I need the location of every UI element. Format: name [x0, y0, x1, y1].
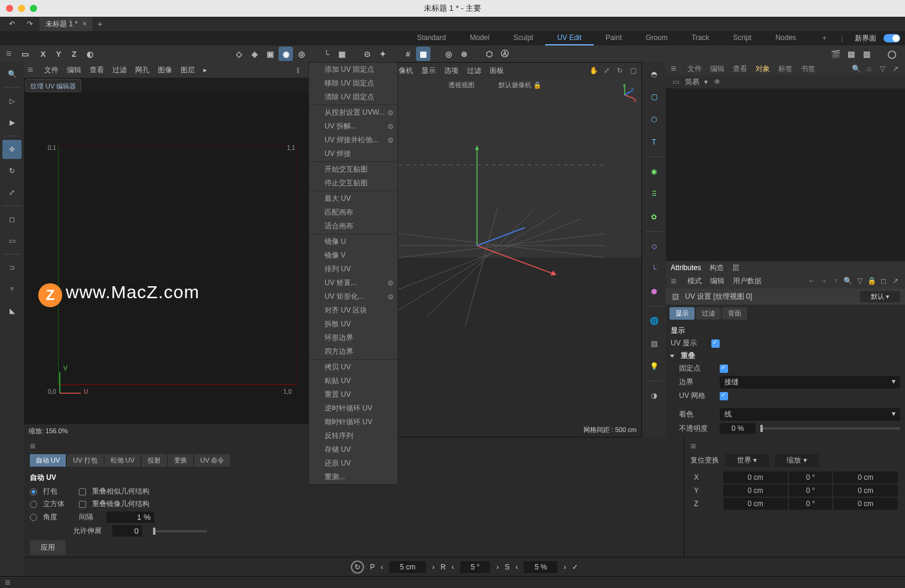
hamburger-icon[interactable] — [6, 48, 14, 59]
workplane-lock-icon[interactable]: ▦ — [335, 47, 349, 61]
coord-pos-field[interactable]: 0 cm — [723, 485, 788, 497]
menu-item[interactable]: 匹配画布 — [309, 206, 398, 219]
coord-scale-field[interactable]: 0 cm — [833, 498, 898, 510]
lasso-select-icon[interactable]: ▭ — [2, 231, 22, 250]
attr-nav-up-icon[interactable]: ↑ — [831, 276, 840, 286]
uv-menu-edit[interactable]: 编辑 — [67, 65, 81, 75]
box-select-icon[interactable]: ◻ — [2, 210, 22, 229]
stretch-input[interactable] — [112, 525, 142, 537]
file-open-icon[interactable]: ▭ — [18, 47, 32, 61]
nav-s-next[interactable]: › — [564, 563, 566, 571]
uv-unwrap-tab[interactable]: 变换 — [168, 454, 193, 467]
uvpanel-hamburger-icon[interactable] — [30, 441, 38, 452]
online-help-icon[interactable]: ◯ — [885, 47, 899, 61]
menu-item[interactable]: 适合画布 — [309, 219, 398, 233]
stretch-slider[interactable] — [153, 530, 207, 532]
undo-button[interactable]: ↶ — [4, 18, 20, 30]
r-icon-node[interactable]: ⬢ — [644, 282, 664, 301]
om-mode-dropdown-icon[interactable]: ▾ — [704, 78, 708, 86]
redo-button[interactable]: ↷ — [22, 18, 38, 30]
gap-input[interactable] — [106, 512, 154, 523]
uv-unwrap-tab[interactable]: UV 命令 — [194, 454, 230, 467]
attr-sub-mode[interactable]: 模式 — [687, 276, 702, 287]
om-tab-view[interactable]: 查看 — [733, 64, 747, 74]
attr-opacity-value[interactable]: 0 % — [720, 423, 756, 434]
sel-mode-uv-icon[interactable]: ◉ — [279, 47, 293, 61]
nav-s-prev[interactable]: ‹ — [515, 563, 518, 571]
nav-p-next[interactable]: › — [432, 563, 435, 571]
attr-overlay-section[interactable]: 重叠 — [681, 351, 695, 361]
coord-reset-button[interactable]: 复位变换 — [690, 455, 719, 466]
om-hamburger-icon[interactable] — [671, 63, 679, 74]
attr-nav-search-icon[interactable]: 🔍 — [843, 276, 852, 286]
menu-item[interactable]: 存储 UV — [309, 443, 398, 457]
attr-vtab-display[interactable]: 显示 — [669, 307, 695, 320]
vp-zoom-icon[interactable]: ⤢ — [602, 66, 612, 75]
nav-p-prev[interactable]: ‹ — [381, 563, 383, 571]
r-icon-bulb[interactable]: 💡 — [644, 357, 664, 376]
uv-unwrap-tab[interactable]: 自动 UV — [30, 454, 66, 467]
coord-scale-select[interactable]: 缩放 ▾ — [775, 454, 818, 467]
menu-item[interactable]: 最大 UV — [309, 192, 398, 206]
vp-menu-display[interactable]: 显示 — [421, 66, 436, 76]
layout-tab-sculpt[interactable]: Sculpt — [502, 31, 545, 45]
uv-menu-file[interactable]: 文件 — [44, 65, 59, 75]
om-home-icon[interactable]: ⌂ — [864, 64, 874, 74]
traffic-max[interactable] — [30, 5, 37, 12]
coord-pos-field[interactable]: 0 cm — [723, 471, 788, 483]
attr-boundary-select[interactable]: 接缝▾ — [720, 376, 900, 388]
uv-menu-mesh[interactable]: 网孔 — [135, 65, 149, 75]
coord-hamburger-icon[interactable] — [690, 441, 699, 452]
om-tab-bookmarks[interactable]: 书签 — [801, 64, 815, 74]
ovgeo-check[interactable] — [79, 488, 86, 495]
uv-unwrap-tab[interactable]: UV 打包 — [67, 454, 103, 467]
om-tab-file[interactable]: 文件 — [687, 64, 702, 74]
r-icon-light[interactable]: ◉ — [644, 162, 664, 181]
ovmirror-check[interactable] — [79, 501, 86, 508]
om-tab-tags[interactable]: 标签 — [778, 64, 793, 74]
menu-item[interactable]: 逆时针循环 UV — [309, 402, 398, 415]
om-mode-icon[interactable]: ▭ — [671, 77, 680, 87]
attr-uvmesh-check[interactable] — [720, 392, 728, 400]
om-tab-edit[interactable]: 编辑 — [710, 64, 724, 74]
grid-snap-icon[interactable]: # — [400, 47, 415, 61]
menu-item[interactable]: UV 矩形化...⚙ — [309, 290, 398, 304]
menu-item[interactable]: 开始交互贴图 — [309, 163, 398, 176]
uv-menu-image[interactable]: 图像 — [158, 65, 172, 75]
new-tab-button[interactable]: + — [97, 19, 102, 29]
vp-menu-options[interactable]: 选项 — [444, 66, 458, 76]
layout-tab-nodes[interactable]: Nodes — [763, 31, 808, 45]
vp-pan-icon[interactable]: ✋ — [589, 66, 598, 75]
coord-rot-field[interactable]: 0 ° — [789, 471, 832, 483]
select-tool-icon[interactable]: ▷ — [2, 91, 22, 111]
coord-pos-field[interactable]: 0 cm — [723, 498, 788, 510]
layout-tab-paint[interactable]: Paint — [594, 31, 634, 45]
menu-item[interactable]: 反转序列 — [309, 429, 398, 443]
nav-r-field[interactable]: 5 ° — [460, 561, 491, 573]
snap-icon[interactable]: ⊙ — [360, 47, 374, 61]
attr-nav-expand-icon[interactable]: ↗ — [891, 276, 900, 286]
attr-preset-select[interactable]: 默认 ▾ — [860, 291, 900, 302]
menu-item[interactable]: 从投射设置 UVW...⚙ — [309, 106, 398, 120]
asset-browser-icon[interactable]: ⬡ — [482, 47, 496, 61]
attr-nav-new-icon[interactable]: ◻ — [879, 276, 888, 286]
coord-world-select[interactable]: 世界 ▾ — [725, 454, 769, 467]
om-expand-icon[interactable]: ↗ — [891, 64, 900, 74]
menu-item[interactable]: 重置 UV — [309, 388, 398, 402]
r-icon-material[interactable]: ◑ — [644, 386, 664, 405]
menu-item[interactable]: 环形边界 — [309, 331, 398, 345]
attr-pin-check[interactable] — [720, 365, 728, 373]
r-icon-axis[interactable]: └ — [644, 259, 664, 278]
quantize-icon[interactable]: ▦ — [416, 47, 430, 61]
attr-nav-fwd-icon[interactable]: → — [819, 276, 828, 286]
r-icon-camera[interactable]: ◓ — [644, 65, 664, 84]
uv-histogram-icon[interactable]: ⫿ — [293, 65, 303, 75]
coord-rot-field[interactable]: 0 ° — [789, 498, 832, 510]
nav-p-field[interactable]: 5 cm — [389, 561, 426, 573]
attr-nav-filter-icon[interactable]: ▽ — [855, 276, 864, 286]
menu-item[interactable]: 拷贝 UV — [309, 360, 398, 374]
nav-apply-icon[interactable]: ✓ — [572, 563, 578, 571]
om-search-icon[interactable]: 🔍 — [851, 64, 861, 74]
menu-item[interactable]: 四方边界 — [309, 345, 398, 359]
render-region-icon[interactable]: ◎ — [441, 47, 455, 61]
